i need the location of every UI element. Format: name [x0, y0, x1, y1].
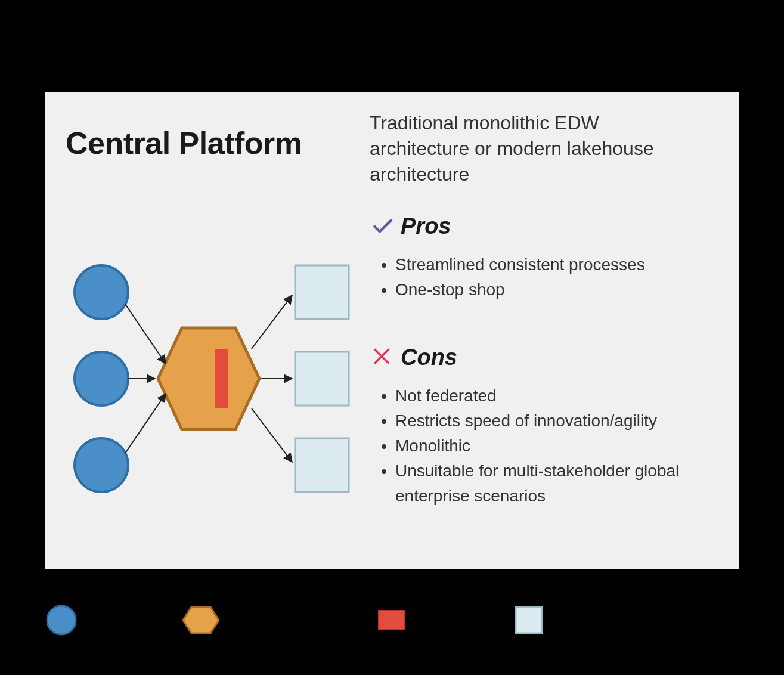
output-node-icon [295, 438, 349, 492]
legend-catalog-icon [379, 611, 405, 630]
legend-platform-icon [183, 607, 219, 633]
list-item: Not federated [395, 383, 724, 408]
check-icon [370, 212, 396, 240]
source-node-icon [75, 265, 128, 319]
arrow-icon [252, 408, 292, 462]
cons-heading-label: Cons [401, 345, 457, 370]
cons-header: Cons [370, 343, 457, 371]
list-item: Streamlined consistent processes [395, 252, 712, 277]
list-item: Unsuitable for multi-stakeholder global … [395, 459, 724, 509]
list-item: One-stop shop [395, 277, 712, 302]
catalog-icon [215, 349, 228, 408]
pros-heading-label: Pros [401, 213, 451, 239]
pros-list: Streamlined consistent processes One-sto… [379, 252, 712, 302]
output-node-icon [295, 352, 349, 405]
legend-output-icon [516, 607, 542, 633]
list-item: Monolithic [395, 434, 724, 459]
diagram-card: Central Platform Traditional monolithic … [45, 92, 739, 569]
architecture-diagram [66, 250, 352, 507]
slide-title: Central Platform [66, 125, 302, 161]
arrow-icon [125, 394, 166, 453]
slide-subtitle: Traditional monolithic EDW architecture … [370, 110, 704, 188]
output-node-icon [295, 265, 349, 319]
source-node-icon [75, 352, 128, 405]
pros-header: Pros [370, 212, 451, 240]
cross-icon [370, 343, 396, 371]
legend-source-icon [47, 606, 76, 634]
arrow-icon [125, 304, 166, 364]
platform-node-icon [158, 328, 259, 429]
arrow-icon [252, 295, 292, 349]
list-item: Restricts speed of innovation/agility [395, 408, 724, 434]
cons-list: Not federated Restricts speed of innovat… [379, 383, 724, 509]
source-node-icon [75, 438, 128, 492]
legend [45, 602, 739, 638]
